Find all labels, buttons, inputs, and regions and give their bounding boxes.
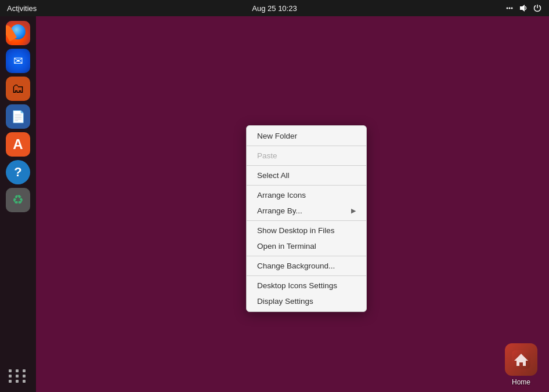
dock — [0, 16, 36, 392]
svg-marker-3 — [520, 5, 525, 12]
dock-item-appstore[interactable] — [6, 132, 30, 157]
clock-display: Aug 25 10:23 — [252, 4, 297, 13]
submenu-arrow-icon: ▶ — [351, 207, 356, 215]
network-tray-icon[interactable] — [505, 3, 514, 13]
menu-show-desktop-in-files[interactable]: Show Desktop in Files — [247, 223, 366, 238]
menu-separator-4 — [247, 220, 366, 221]
context-menu: New Folder Paste Select All Arrange Icon… — [246, 125, 367, 312]
system-tray — [505, 3, 542, 13]
dock-item-trash[interactable] — [6, 188, 30, 212]
home-icon-label: Home — [512, 378, 530, 386]
activities-button[interactable]: Activities — [7, 4, 37, 13]
menu-new-folder[interactable]: New Folder — [247, 128, 366, 144]
menu-separator-5 — [247, 256, 366, 256]
menu-paste: Paste — [247, 148, 366, 164]
menu-separator-3 — [247, 185, 366, 186]
menu-separator-6 — [247, 275, 366, 276]
desktop[interactable]: New Folder Paste Select All Arrange Icon… — [0, 16, 549, 392]
svg-point-1 — [509, 8, 511, 9]
dock-item-help[interactable] — [6, 160, 30, 184]
menu-display-settings[interactable]: Display Settings — [247, 293, 366, 309]
menu-desktop-icons-settings[interactable]: Desktop Icons Settings — [247, 278, 366, 293]
home-icon-image — [505, 343, 537, 376]
menu-arrange-by[interactable]: Arrange By... ▶ — [247, 203, 366, 219]
menu-arrange-icons[interactable]: Arrange Icons — [247, 187, 366, 203]
menu-open-in-terminal[interactable]: Open in Terminal — [247, 238, 366, 254]
svg-point-0 — [507, 8, 508, 9]
power-tray-icon[interactable] — [533, 3, 542, 13]
svg-point-2 — [511, 8, 513, 9]
menu-change-background[interactable]: Change Background... — [247, 258, 366, 274]
menu-select-all[interactable]: Select All — [247, 168, 366, 183]
volume-tray-icon[interactable] — [519, 3, 528, 13]
home-desktop-icon[interactable]: Home — [505, 343, 537, 386]
menu-separator-2 — [247, 165, 366, 166]
dock-item-thunderbird[interactable] — [6, 49, 30, 73]
dock-item-firefox[interactable] — [6, 21, 30, 45]
show-applications-button[interactable] — [9, 369, 27, 383]
dock-item-files[interactable] — [6, 77, 30, 101]
topbar: Activities Aug 25 10:23 — [0, 0, 549, 16]
dock-item-writer[interactable] — [6, 104, 30, 129]
menu-separator-1 — [247, 146, 366, 146]
